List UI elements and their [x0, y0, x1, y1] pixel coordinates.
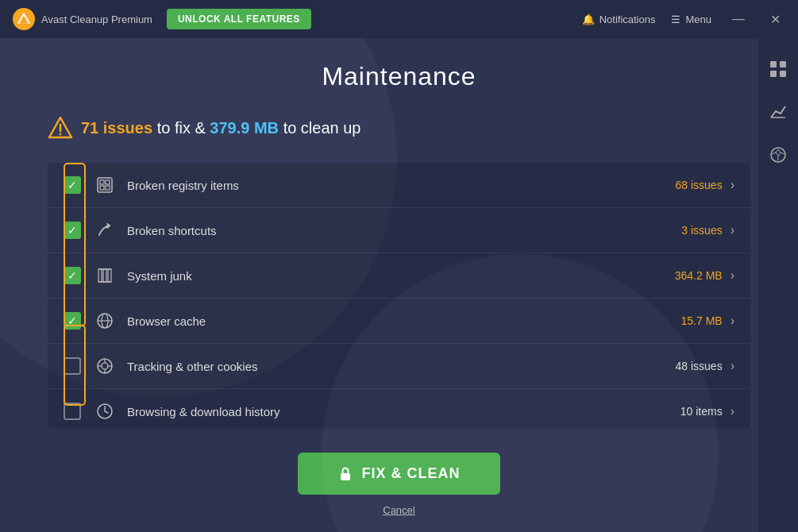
fix-clean-button[interactable]: FIX & CLEAN [298, 453, 499, 495]
bottom-actions: FIX & CLEAN Cancel [298, 453, 499, 516]
checkmark-icon: ✓ [67, 315, 77, 326]
lock-icon [337, 466, 353, 482]
issues-count: 71 issues [81, 119, 152, 137]
item-label-shortcuts: Broken shortcuts [127, 224, 681, 237]
checkmark-icon: ✓ [67, 179, 77, 191]
menu-button[interactable]: ☰ Menu [671, 13, 711, 25]
warning-icon [48, 115, 73, 141]
item-value-registry: 68 issues [676, 179, 723, 191]
svg-rect-16 [100, 186, 104, 190]
item-checkbox-shortcuts[interactable]: ✓ [64, 222, 81, 239]
svg-rect-2 [780, 61, 786, 67]
item-value-browser-cache: 15.7 MB [681, 314, 723, 327]
svg-rect-18 [98, 269, 102, 282]
chevron-right-icon: › [731, 223, 734, 237]
chevron-right-icon: › [731, 268, 734, 283]
item-value-junk: 364.2 MB [675, 269, 723, 282]
notifications-button[interactable]: 🔔 Notifications [582, 13, 656, 25]
item-checkbox-registry[interactable]: ✓ [64, 176, 81, 194]
fix-clean-label: FIX & CLEAN [361, 465, 460, 482]
svg-rect-14 [100, 180, 104, 184]
svg-line-9 [781, 152, 785, 154]
item-value-history: 10 items [680, 405, 723, 418]
titlebar: Avast Cleanup Premium UNLOCK ALL FEATURE… [0, 0, 798, 38]
status-text: 71 issues to fix & 379.9 MB to clean up [81, 119, 360, 137]
svg-rect-19 [103, 269, 106, 282]
list-item[interactable]: ✓ System junk 364.2 MB › [48, 253, 750, 299]
close-button[interactable]: ✕ [765, 10, 785, 29]
svg-rect-3 [770, 71, 777, 77]
menu-icon: ☰ [671, 13, 680, 25]
svg-point-27 [102, 363, 108, 369]
soccer-ball-icon [769, 146, 787, 164]
item-label-cookies: Tracking & other cookies [127, 360, 676, 373]
svg-line-8 [772, 152, 776, 154]
content-area: Maintenance 71 issues to fix & 379.9 MB … [0, 38, 798, 532]
list-item[interactable]: ✓ Broken shortcuts 3 issues › [48, 208, 750, 253]
list-item[interactable]: ✓ Broken registry items 68 issues › [48, 163, 750, 208]
svg-rect-20 [108, 269, 111, 282]
grid-icon-button[interactable] [763, 54, 793, 84]
svg-rect-1 [770, 61, 777, 67]
chart-icon [769, 103, 787, 121]
menu-label: Menu [685, 13, 711, 25]
app-logo: Avast Cleanup Premium [13, 8, 152, 30]
history-icon [94, 400, 116, 422]
checkmark-icon: ✓ [67, 270, 77, 281]
junk-icon [94, 264, 116, 287]
checkmark-icon: ✓ [67, 225, 77, 236]
item-checkbox-cookies[interactable] [64, 357, 81, 375]
svg-rect-17 [106, 186, 110, 190]
chart-icon-button[interactable] [763, 97, 793, 127]
item-checkbox-junk[interactable]: ✓ [64, 267, 81, 284]
item-value-shortcuts: 3 issues [681, 224, 722, 237]
status-text-middle: to fix & [157, 119, 210, 137]
item-label-browser-cache: Browser cache [127, 314, 681, 328]
registry-icon [94, 174, 116, 196]
avast-logo-icon [13, 8, 35, 30]
titlebar-right: 🔔 Notifications ☰ Menu — ✕ [582, 10, 785, 29]
chevron-right-icon: › [731, 314, 734, 328]
bell-icon: 🔔 [582, 13, 595, 25]
list-item[interactable]: ✓ Browser cache 15.7 MB › [48, 299, 750, 344]
grid-icon [769, 60, 787, 78]
right-sidebar [758, 38, 798, 532]
minimize-button[interactable]: — [727, 10, 750, 28]
svg-rect-15 [106, 180, 110, 184]
svg-marker-6 [776, 149, 781, 156]
size-value: 379.9 MB [210, 119, 279, 137]
app-name: Avast Cleanup Premium [41, 13, 152, 25]
status-bar: 71 issues to fix & 379.9 MB to clean up [48, 115, 750, 141]
chevron-right-icon: › [731, 404, 734, 418]
page-title: Maintenance [322, 62, 476, 91]
list-item[interactable]: Tracking & other cookies 48 issues › [48, 344, 750, 389]
svg-point-12 [60, 133, 62, 136]
cancel-button[interactable]: Cancel [383, 504, 414, 516]
browser-cache-icon [94, 310, 116, 332]
svg-rect-4 [780, 71, 786, 77]
chevron-right-icon: › [731, 178, 734, 192]
item-checkbox-browser-cache[interactable]: ✓ [64, 312, 81, 330]
item-label-registry: Broken registry items [127, 179, 676, 192]
shortcuts-icon [94, 219, 116, 241]
item-value-cookies: 48 issues [676, 360, 723, 372]
cookies-icon [94, 355, 116, 377]
ball-icon-button[interactable] [763, 140, 793, 170]
main-content: Maintenance 71 issues to fix & 379.9 MB … [0, 38, 798, 532]
list-item[interactable]: Browsing & download history 10 items › [48, 389, 750, 429]
item-checkbox-history[interactable] [64, 403, 81, 420]
svg-rect-33 [341, 473, 350, 480]
chevron-right-icon: › [731, 359, 734, 373]
item-label-junk: System junk [127, 269, 675, 283]
item-label-history: Browsing & download history [127, 405, 680, 418]
unlock-all-features-button[interactable]: UNLOCK ALL FEATURES [167, 9, 311, 29]
items-list: ✓ Broken registry items 68 issues › [48, 163, 750, 429]
notifications-label: Notifications [599, 13, 656, 25]
status-text-end: to clean up [283, 119, 361, 137]
